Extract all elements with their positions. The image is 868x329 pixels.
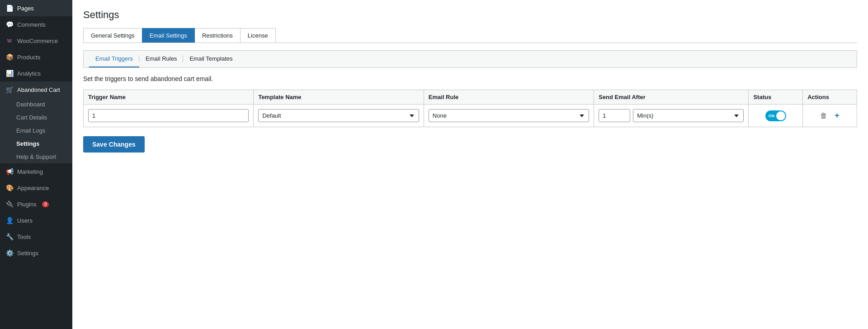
template-name-select[interactable]: Default	[258, 109, 419, 122]
status-toggle[interactable]: ON	[765, 110, 786, 121]
trigger-name-input[interactable]	[88, 109, 249, 122]
send-email-after-cell: Min(s) Hour(s) Day(s)	[594, 105, 749, 127]
trigger-table: Trigger Name Template Name Email Rule Se…	[83, 90, 857, 127]
tab-general-settings[interactable]: General Settings	[83, 28, 142, 43]
th-status: Status	[749, 90, 803, 105]
sidebar-item-settings[interactable]: ⚙️ Settings	[0, 245, 72, 261]
sidebar-submenu: Dashboard Cart Details Email Logs Settin…	[0, 98, 72, 163]
description: Set the triggers to send abandoned cart …	[83, 75, 857, 82]
users-icon: 👤	[5, 216, 14, 224]
sidebar-sub-help-support[interactable]: Help & Support	[0, 150, 72, 163]
action-buttons: 🗑 +	[807, 110, 852, 121]
sidebar-item-label: Plugins	[17, 201, 37, 208]
sidebar-item-marketing[interactable]: 📢 Marketing	[0, 163, 72, 180]
email-rule-cell: None	[424, 105, 594, 127]
plugins-icon: 🔌	[5, 200, 14, 208]
send-after-value-input[interactable]	[599, 109, 630, 122]
tab-email-settings[interactable]: Email Settings	[142, 28, 195, 43]
th-template-name: Template Name	[254, 90, 424, 105]
main-content: Settings General Settings Email Settings…	[72, 0, 868, 329]
sidebar-item-label: Users	[17, 217, 33, 224]
template-name-cell: Default	[254, 105, 424, 127]
th-actions: Actions	[803, 90, 857, 105]
th-email-rule: Email Rule	[424, 90, 594, 105]
sidebar-sub-cart-details[interactable]: Cart Details	[0, 111, 72, 124]
toggle-slider: ON	[765, 110, 786, 121]
sidebar-item-plugins[interactable]: 🔌 Plugins 9	[0, 196, 72, 212]
th-trigger-name: Trigger Name	[84, 90, 254, 105]
sidebar-item-label: Pages	[17, 5, 34, 12]
sidebar-item-label: Tools	[17, 234, 31, 240]
th-send-email-after: Send Email After	[594, 90, 749, 105]
sidebar-item-label: Products	[17, 54, 40, 61]
sidebar-item-users[interactable]: 👤 Users	[0, 212, 72, 229]
tab-license[interactable]: License	[240, 28, 276, 43]
pages-icon: 📄	[5, 4, 14, 12]
content-area: Settings General Settings Email Settings…	[72, 0, 868, 329]
subtab-email-rules[interactable]: Email Rules	[139, 51, 183, 67]
settings-icon: ⚙️	[5, 249, 14, 257]
appearance-icon: 🎨	[5, 184, 14, 192]
tab-restrictions[interactable]: Restrictions	[194, 28, 241, 43]
table-row: Default None	[84, 105, 857, 127]
trigger-name-cell	[84, 105, 254, 127]
comments-icon: 💬	[5, 20, 14, 29]
sidebar-item-label: Abandoned Cart	[17, 86, 60, 93]
add-button[interactable]: +	[833, 110, 841, 121]
analytics-icon: 📊	[5, 69, 14, 77]
tools-icon: 🔧	[5, 233, 14, 241]
sidebar-sub-dashboard[interactable]: Dashboard	[0, 98, 72, 111]
sidebar-item-label: Settings	[17, 250, 38, 257]
plugins-badge: 9	[42, 201, 49, 207]
template-select-wrapper: Default	[258, 109, 419, 122]
sidebar: 📄 Pages 💬 Comments W WooCommerce 📦 Produ…	[0, 0, 72, 329]
sub-tabs: Email Triggers Email Rules Email Templat…	[83, 50, 857, 68]
sidebar-item-label: WooCommerce	[17, 38, 58, 44]
page-title: Settings	[83, 9, 857, 21]
save-changes-button[interactable]: Save Changes	[83, 136, 145, 153]
subtab-email-triggers[interactable]: Email Triggers	[89, 51, 139, 67]
sidebar-item-abandoned-cart[interactable]: 🛒 Abandoned Cart	[0, 81, 72, 98]
sidebar-item-appearance[interactable]: 🎨 Appearance	[0, 180, 72, 196]
sidebar-item-tools[interactable]: 🔧 Tools	[0, 229, 72, 245]
sidebar-item-products[interactable]: 📦 Products	[0, 49, 72, 65]
status-cell: ON	[749, 105, 803, 127]
top-tabs: General Settings Email Settings Restrict…	[83, 28, 857, 43]
sidebar-item-label: Analytics	[17, 70, 41, 77]
sidebar-item-analytics[interactable]: 📊 Analytics	[0, 65, 72, 81]
delete-button[interactable]: 🗑	[818, 111, 829, 121]
send-after-unit-wrapper: Min(s) Hour(s) Day(s)	[633, 109, 744, 122]
sidebar-item-woocommerce[interactable]: W WooCommerce	[0, 33, 72, 49]
actions-cell: 🗑 +	[803, 105, 857, 127]
sidebar-item-pages[interactable]: 📄 Pages	[0, 0, 72, 16]
email-rule-select[interactable]: None	[429, 109, 589, 122]
email-rule-select-wrapper: None	[429, 109, 589, 122]
marketing-icon: 📢	[5, 167, 14, 176]
sidebar-sub-settings[interactable]: Settings	[0, 137, 72, 150]
abandoned-cart-icon: 🛒	[5, 86, 14, 94]
sidebar-item-comments[interactable]: 💬 Comments	[0, 16, 72, 33]
toggle-wrapper: ON	[753, 110, 798, 121]
send-email-after-wrapper: Min(s) Hour(s) Day(s)	[599, 109, 744, 122]
sidebar-item-label: Appearance	[17, 185, 49, 191]
products-icon: 📦	[5, 53, 14, 61]
send-after-unit-select[interactable]: Min(s) Hour(s) Day(s)	[633, 109, 744, 122]
woocommerce-icon: W	[5, 37, 14, 45]
sidebar-item-label: Marketing	[17, 168, 43, 175]
subtab-email-templates[interactable]: Email Templates	[183, 51, 239, 67]
sidebar-item-label: Comments	[17, 21, 46, 28]
toggle-on-label: ON	[769, 114, 775, 118]
sidebar-sub-email-logs[interactable]: Email Logs	[0, 124, 72, 137]
